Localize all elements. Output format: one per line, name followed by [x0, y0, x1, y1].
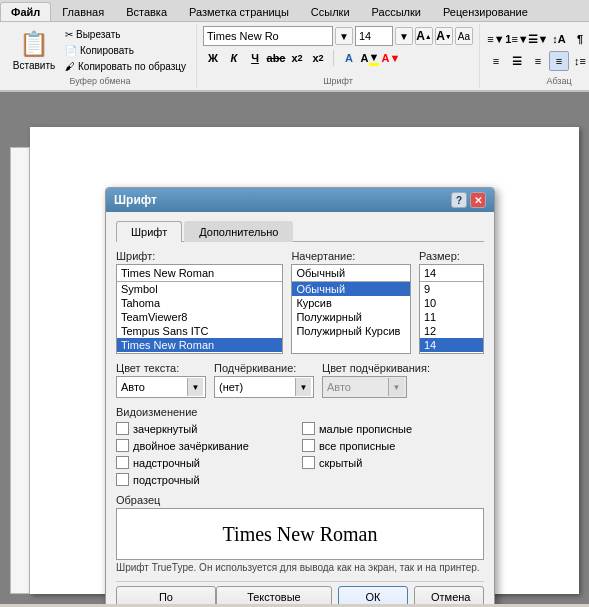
- font-style-filter[interactable]: [292, 265, 410, 282]
- font-item-times[interactable]: Times New Roman: [117, 338, 282, 352]
- help-button[interactable]: ?: [451, 192, 467, 208]
- ribbon-body: 📋 Вставить ✂ Вырезать 📄 Копировать 🖌 Коп…: [0, 22, 589, 92]
- underline-color-value: Авто: [325, 381, 388, 393]
- clipboard-content: 📋 Вставить ✂ Вырезать 📄 Копировать 🖌 Коп…: [10, 26, 190, 74]
- pilcrow-btn[interactable]: ¶: [570, 29, 589, 49]
- align-right-btn[interactable]: ≡: [528, 51, 548, 71]
- size-item-12[interactable]: 12: [420, 324, 483, 338]
- cancel-button[interactable]: Отмена: [414, 586, 484, 604]
- clipboard-label: Буфер обмена: [69, 74, 130, 86]
- font-size-dropdown[interactable]: ▼: [395, 27, 413, 45]
- style-item-italic[interactable]: Курсив: [292, 296, 410, 310]
- para-group-label: Абзац: [546, 74, 571, 86]
- font-size-filter[interactable]: [420, 265, 483, 282]
- font-content: ▼ ▼ A▲ A▼ Аа Ж К Ч abc x2 x2 A A▼: [203, 26, 473, 68]
- underline-color-select[interactable]: Авто ▼: [322, 376, 407, 398]
- align-center-btn[interactable]: ☰: [507, 51, 527, 71]
- bullet-list-btn[interactable]: ≡▼: [486, 29, 506, 49]
- double-strikethrough-check[interactable]: двойное зачёркивание: [116, 439, 298, 452]
- font-name-input[interactable]: [203, 26, 333, 46]
- tab-references[interactable]: Ссылки: [300, 2, 361, 21]
- dialog-tab-bar: Шрифт Дополнительно: [116, 220, 484, 242]
- outline-list-btn[interactable]: ☰▼: [528, 29, 548, 49]
- font-item-tahoma[interactable]: Tahoma: [117, 296, 282, 310]
- font-size-input[interactable]: [355, 26, 393, 46]
- cut-icon: ✂: [65, 29, 73, 40]
- clipboard-small-btns: ✂ Вырезать 📄 Копировать 🖌 Копировать по …: [61, 27, 190, 74]
- size-col-label: Размер:: [419, 250, 484, 262]
- default-button[interactable]: По умолчанию: [116, 586, 216, 604]
- text-effects-btn[interactable]: A: [339, 48, 359, 68]
- tab-layout[interactable]: Разметка страницы: [178, 2, 300, 21]
- para-btns: ≡▼ 1≡▼ ☰▼ ↕A ¶ ≡ ☰ ≡ ≡ ↕≡ A▼ □▼: [486, 29, 589, 71]
- decrease-font-btn[interactable]: A▼: [435, 27, 453, 45]
- cut-button[interactable]: ✂ Вырезать: [61, 27, 190, 42]
- tab-font[interactable]: Шрифт: [116, 221, 182, 242]
- underline-button[interactable]: Ч: [245, 48, 265, 68]
- underline-color-label: Цвет подчёркивания:: [322, 362, 430, 374]
- size-item-9[interactable]: 9: [420, 282, 483, 296]
- text-color-arrow: ▼: [187, 378, 203, 396]
- underline-arrow: ▼: [295, 378, 311, 396]
- clear-format-btn[interactable]: Аа: [455, 27, 473, 45]
- size-item-14[interactable]: 14: [420, 338, 483, 352]
- text-color-select[interactable]: Авто ▼: [116, 376, 206, 398]
- preview-desc: Шрифт TrueType. Он используется для выво…: [116, 562, 484, 573]
- line-spacing-btn[interactable]: ↕≡: [570, 51, 589, 71]
- font-style-listbox[interactable]: Обычный Курсив Полужирный Полужирный Кур…: [291, 264, 411, 354]
- tab-insert[interactable]: Вставка: [115, 2, 178, 21]
- tab-advanced[interactable]: Дополнительно: [184, 221, 293, 242]
- underline-select[interactable]: (нет) ▼: [214, 376, 314, 398]
- font-name-dropdown[interactable]: ▼: [335, 27, 353, 45]
- dialog-body: Шрифт Дополнительно Шрифт: Symbol Tahoma…: [106, 212, 494, 604]
- small-caps-check[interactable]: малые прописные: [302, 422, 484, 435]
- format-painter-button[interactable]: 🖌 Копировать по образцу: [61, 59, 190, 74]
- font-name-col: Шрифт: Symbol Tahoma TeamViewer8 Tempus …: [116, 250, 283, 354]
- tab-review[interactable]: Рецензирование: [432, 2, 539, 21]
- numbered-list-btn[interactable]: 1≡▼: [507, 29, 527, 49]
- align-left-btn[interactable]: ≡: [486, 51, 506, 71]
- ok-button[interactable]: ОК: [338, 586, 408, 604]
- close-button[interactable]: ✕: [470, 192, 486, 208]
- italic-button[interactable]: К: [224, 48, 244, 68]
- preview-box: Times New Roman: [116, 508, 484, 560]
- justify-btn[interactable]: ≡: [549, 51, 569, 71]
- font-color-btn[interactable]: A▼: [381, 48, 401, 68]
- subscript-check[interactable]: подстрочный: [116, 473, 298, 486]
- subscript-button[interactable]: x2: [287, 48, 307, 68]
- font-name-filter[interactable]: [117, 265, 282, 282]
- superscript-button[interactable]: x2: [308, 48, 328, 68]
- size-item-10[interactable]: 10: [420, 296, 483, 310]
- size-item-11[interactable]: 11: [420, 310, 483, 324]
- font-item-teamviewer[interactable]: TeamViewer8: [117, 310, 282, 324]
- bold-button[interactable]: Ж: [203, 48, 223, 68]
- font-item-symbol[interactable]: Symbol: [117, 282, 282, 296]
- text-effects-button[interactable]: Текстовые эффекты...: [216, 586, 332, 604]
- font-row-1: ▼ ▼ A▲ A▼ Аа: [203, 26, 473, 46]
- font-item-tempus[interactable]: Tempus Sans ITC: [117, 324, 282, 338]
- sort-btn[interactable]: ↕A: [549, 29, 569, 49]
- font-name-listbox[interactable]: Symbol Tahoma TeamViewer8 Tempus Sans IT…: [116, 264, 283, 354]
- tab-mailings[interactable]: Рассылки: [361, 2, 432, 21]
- style-item-bold-italic[interactable]: Полужирный Курсив: [292, 324, 410, 338]
- strikethrough-box: [116, 422, 129, 435]
- superscript-check[interactable]: надстрочный: [116, 456, 298, 469]
- copy-icon: 📄: [65, 45, 77, 56]
- style-item-bold[interactable]: Полужирный: [292, 310, 410, 324]
- all-caps-check[interactable]: все прописные: [302, 439, 484, 452]
- strikethrough-button[interactable]: abc: [266, 48, 286, 68]
- tab-file[interactable]: Файл: [0, 2, 51, 21]
- increase-font-btn[interactable]: A▲: [415, 27, 433, 45]
- text-color-col: Цвет текста: Авто ▼: [116, 362, 206, 398]
- font-size-listbox[interactable]: 9 10 11 12 14: [419, 264, 484, 354]
- effects-label: Видоизменение: [116, 406, 484, 418]
- text-highlight-btn[interactable]: A▼: [360, 48, 380, 68]
- hidden-check[interactable]: скрытый: [302, 456, 484, 469]
- style-item-normal[interactable]: Обычный: [292, 282, 410, 296]
- copy-button[interactable]: 📄 Копировать: [61, 43, 190, 58]
- tab-home[interactable]: Главная: [51, 2, 115, 21]
- paste-icon: 📋: [19, 30, 49, 58]
- strikethrough-check[interactable]: зачеркнутый: [116, 422, 298, 435]
- paste-button[interactable]: 📋 Вставить: [10, 26, 58, 74]
- hidden-box: [302, 456, 315, 469]
